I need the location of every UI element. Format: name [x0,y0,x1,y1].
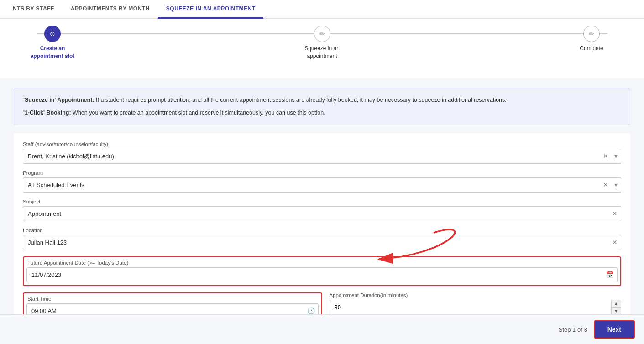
tab-month[interactable]: APPOINTMENTS BY MONTH [63,0,158,19]
program-dropdown-icon[interactable]: ▾ [614,181,618,188]
squeeze-text: If a student requires prompt attention, … [96,97,507,103]
main-content: 'Squeeze in' Appointment: If a student r… [0,78,644,344]
staff-input[interactable] [23,149,621,164]
staff-dropdown-icon[interactable]: ▾ [614,152,618,160]
step-indicator: Step 1 of 3 [559,326,587,333]
next-button[interactable]: Next [594,320,635,339]
booking-label: '1-Click' Booking: [23,109,71,116]
tab-staff[interactable]: NTS BY STAFF [5,0,63,19]
date-label: Future Appointment Date (>= Today's Date… [27,260,618,266]
step-complete-icon: ✏ [589,30,594,37]
subject-label: Subject [23,199,621,204]
staff-label: Staff (advisor/tutor/counselor/faculty) [23,141,621,147]
location-field-group: Location ✕ [23,228,621,250]
step-squeeze-circle: ✏ [314,26,330,42]
bottom-bar: Step 1 of 3 Next [0,314,644,344]
info-box: 'Squeeze in' Appointment: If a student r… [14,88,630,125]
top-navigation: NTS BY STAFF APPOINTMENTS BY MONTH SQUEE… [0,0,644,19]
program-clear-icon[interactable]: ✕ [603,181,608,188]
step-complete: ✏ Complete [557,26,626,52]
squeeze-label: 'Squeeze in' Appointment: [23,97,94,103]
form-section: Staff (advisor/tutor/counselor/faculty) … [14,133,630,344]
staff-wrapper: ✕ ▾ [23,149,621,164]
location-input[interactable] [23,235,621,250]
step-complete-circle: ✏ [583,26,600,42]
stepper: ⊙ Create anappointment slot ✏ Squeeze in… [0,19,644,69]
location-label: Location [23,228,621,233]
duration-decrement[interactable]: ▼ [612,308,621,315]
step-create: ⊙ Create anappointment slot [18,26,87,60]
step-create-icon: ⊙ [50,30,55,37]
step-create-circle: ⊙ [44,26,61,42]
duration-increment[interactable]: ▲ [612,300,621,308]
booking-text: When you want to create an appointment s… [73,109,325,116]
program-wrapper: ✕ ▾ [23,177,621,193]
program-input[interactable] [23,177,621,193]
duration-label: Appointment Duration(In minutes) [330,292,622,298]
program-field-group: Program ✕ ▾ [23,170,621,193]
calendar-icon[interactable]: 📅 [606,271,614,278]
staff-field-group: Staff (advisor/tutor/counselor/faculty) … [23,141,621,164]
staff-clear-icon[interactable]: ✕ [603,152,608,160]
step-squeeze: ✏ Squeeze in anappointment [288,26,356,60]
duration-wrapper: ▲ ▼ [330,300,622,315]
date-highlight-wrapper: Future Appointment Date (>= Today's Date… [23,256,621,286]
subject-clear-icon[interactable]: ✕ [612,210,618,217]
date-wrapper: 📅 [26,267,618,282]
step-create-label: Create anappointment slot [31,45,75,60]
duration-field-group: Appointment Duration(In minutes) ▲ ▼ [330,292,622,316]
duration-spinner: ▲ ▼ [611,300,621,315]
subject-field-group: Subject ✕ [23,199,621,221]
tab-squeeze[interactable]: SQUEEZE IN AN APPOINTMENT [158,0,264,19]
subject-input[interactable] [23,206,621,221]
program-label: Program [23,170,621,176]
clock-icon[interactable]: 🕐 [307,307,315,314]
date-input[interactable] [26,267,618,282]
step-complete-label: Complete [580,45,603,52]
subject-wrapper: ✕ [23,206,621,221]
duration-input[interactable] [330,300,612,315]
step-squeeze-label: Squeeze in anappointment [304,45,340,60]
step-squeeze-icon: ✏ [319,30,325,37]
start-time-label: Start Time [27,296,319,302]
location-wrapper: ✕ [23,235,621,250]
location-clear-icon[interactable]: ✕ [612,239,618,246]
